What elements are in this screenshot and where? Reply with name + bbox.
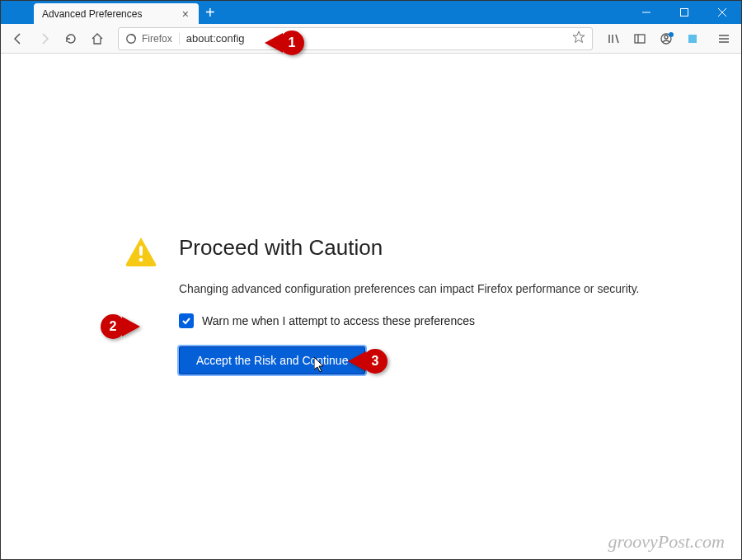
reload-button[interactable]	[59, 26, 83, 51]
svg-point-18	[139, 258, 143, 262]
warn-checkbox-label[interactable]: Warn me when I attempt to access these p…	[202, 314, 475, 327]
back-button[interactable]	[6, 26, 31, 51]
watermark: groovyPost.com	[608, 531, 725, 553]
new-tab-button[interactable]: +	[205, 3, 215, 22]
extension-icon[interactable]	[680, 26, 705, 51]
svg-rect-8	[635, 35, 645, 43]
library-icon[interactable]	[601, 26, 626, 51]
url-text: about:config	[186, 32, 572, 45]
check-icon	[181, 316, 191, 326]
maximize-button[interactable]	[665, 1, 703, 24]
home-button[interactable]	[85, 26, 110, 51]
svg-point-11	[665, 35, 668, 39]
svg-rect-13	[688, 35, 697, 43]
browser-toolbar: Firefox about:config	[1, 24, 741, 54]
browser-tab[interactable]: Advanced Preferences ×	[34, 3, 199, 24]
annotation-1: 1	[265, 31, 304, 55]
caution-heading: Proceed with Caution	[179, 235, 639, 261]
svg-rect-1	[681, 9, 688, 16]
svg-point-12	[669, 32, 674, 37]
window-controls	[627, 1, 741, 24]
svg-rect-17	[139, 246, 143, 256]
identity-label: Firefox	[142, 33, 172, 45]
account-icon[interactable]	[654, 26, 679, 51]
menu-button[interactable]	[711, 26, 736, 51]
forward-button	[32, 26, 57, 51]
svg-line-7	[616, 35, 618, 43]
tab-title: Advanced Preferences	[42, 8, 142, 20]
annotation-2: 2	[101, 314, 140, 339]
mouse-cursor	[314, 357, 326, 374]
minimize-button[interactable]	[627, 1, 665, 24]
identity-box[interactable]: Firefox	[125, 33, 180, 45]
window-titlebar: Advanced Preferences × +	[1, 1, 741, 24]
firefox-logo-icon	[125, 33, 137, 45]
sidebar-icon[interactable]	[627, 26, 652, 51]
annotation-3: 3	[348, 349, 387, 374]
accept-risk-button[interactable]: Accept the Risk and Continue	[179, 346, 365, 374]
address-bar[interactable]: Firefox about:config	[118, 27, 593, 50]
caution-description: Changing advanced configuration preferen…	[179, 282, 639, 295]
warning-icon	[124, 235, 157, 268]
close-tab-icon[interactable]: ×	[181, 7, 190, 21]
warn-checkbox[interactable]	[179, 313, 194, 328]
close-window-button[interactable]	[703, 1, 741, 24]
bookmark-star-icon[interactable]	[572, 31, 585, 47]
